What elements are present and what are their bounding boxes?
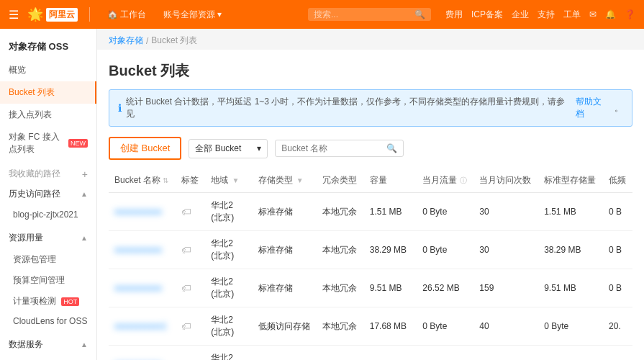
sidebar-data-copy[interactable]: 数据复制 <box>0 356 96 360</box>
sidebar-section-resource[interactable]: 资源用量 ▲ <box>0 227 96 249</box>
sidebar-item-access-point[interactable]: 接入点列表 <box>0 104 96 126</box>
col-header-low-freq: 低频 <box>603 168 632 193</box>
content-inner: Bucket 列表 ℹ 统计 Bucket 合计数据，平均延迟 1~3 小时，不… <box>97 50 644 360</box>
sidebar-metering-detect[interactable]: 计量项检测 HOT <box>0 291 96 312</box>
nav-workorder[interactable]: 工单 <box>563 9 581 21</box>
tag-icon-2[interactable]: 🏷 <box>181 282 191 294</box>
cell-region-3: 华北2 (北京) <box>205 307 252 346</box>
menu-icon[interactable]: ☰ <box>9 8 19 22</box>
main-layout: 对象存储 OSS 概览 Bucket 列表 接入点列表 对象 FC 接入点列表 … <box>0 29 644 360</box>
nav-fees[interactable]: 费用 <box>445 9 463 21</box>
nav-icp[interactable]: ICP备案 <box>471 9 503 21</box>
logo: 🌟 阿里云 <box>27 6 78 22</box>
cell-capacity-0: 1.51 MB <box>364 193 417 231</box>
sidebar-item-overview[interactable]: 概览 <box>0 59 96 81</box>
cell-monthly-flow-1: 0 Byte <box>417 231 473 269</box>
cell-standard-storage-0: 1.51 MB <box>538 193 603 231</box>
bucket-name-link-0[interactable]: xxxxxxxxxxx <box>114 207 162 217</box>
cell-redundancy-4: 本地冗余 <box>317 346 363 361</box>
toolbar: 创建 Bucket 全部 Bucket ▾ 🔍 <box>109 137 632 160</box>
top-navigation: ☰ 🌟 阿里云 🏠 工作台 账号全部资源 ▾ 🔍 费用 ICP备案 企业 支持 … <box>0 0 644 29</box>
col-header-region: 地域 ▼ <box>205 168 252 193</box>
sidebar-title: 对象存储 OSS <box>0 35 96 59</box>
notice-suffix: 。 <box>614 102 623 114</box>
notice-link[interactable]: 帮助文档 <box>576 96 610 120</box>
sidebar-budget-space[interactable]: 预算空间管理 <box>0 270 96 291</box>
cell-monthly-access-2: 159 <box>473 269 538 307</box>
collapse-arrow-data-icon: ▲ <box>81 341 88 348</box>
cell-redundancy-1: 本地冗余 <box>317 231 363 269</box>
nav-question-icon[interactable]: ❓ <box>625 9 635 19</box>
sidebar-history-group: 历史访问路径 ▲ blog-pic-zjtx2021 <box>0 183 96 224</box>
col-header-standard-storage: 标准型存储量 <box>538 168 603 193</box>
sidebar: 对象存储 OSS 概览 Bucket 列表 接入点列表 对象 FC 接入点列表 … <box>0 29 97 360</box>
col-header-tag: 标签 <box>176 168 205 193</box>
sidebar-data-services-group: 数据服务 ▲ 数据复制 数据导入 <box>0 333 96 360</box>
sidebar-section-history[interactable]: 历史访问路径 ▲ <box>0 183 96 205</box>
sidebar-section-data-services[interactable]: 数据服务 ▲ <box>0 333 96 356</box>
cell-monthly-access-3: 40 <box>473 307 538 346</box>
breadcrumb-oss[interactable]: 对象存储 <box>109 35 143 47</box>
col-header-monthly-access: 当月访问次数 <box>473 168 538 193</box>
tag-icon-1[interactable]: 🏷 <box>181 244 191 256</box>
filter-icon-storage[interactable]: ▼ <box>296 176 304 184</box>
sidebar-item-bucket-list[interactable]: Bucket 列表 <box>0 81 96 104</box>
col-header-capacity: 容量 <box>364 168 417 193</box>
nav-support[interactable]: 支持 <box>538 9 555 21</box>
page-title: Bucket 列表 <box>109 61 632 81</box>
nav-bell-icon[interactable]: 🔔 <box>605 9 616 19</box>
table-row: xxxxxxxxxxx 🏷 华北2 (北京) 标准存储 本地冗余 9.51 MB… <box>109 269 632 307</box>
sidebar-history-item[interactable]: blog-pic-zjtx2021 <box>0 205 96 224</box>
nav-enterprise[interactable]: 企业 <box>512 9 529 21</box>
search-icon[interactable]: 🔍 <box>386 143 397 153</box>
bucket-name-link-2[interactable]: xxxxxxxxxxx <box>114 283 162 293</box>
cell-name-3: xxxxxxxxxxx1 <box>109 307 176 346</box>
tag-icon-3[interactable]: 🏷 <box>181 320 191 332</box>
table-row: xxxxxxxxxxx 🏷 华北2 (北京) 标准存储 本地冗余 1.41 MB… <box>109 346 632 361</box>
cell-tag-2: 🏷 <box>176 269 205 307</box>
nav-workbench[interactable]: 🏠 工作台 <box>101 6 152 24</box>
bucket-name-link-1[interactable]: xxxxxxxxxxx <box>114 245 162 255</box>
sidebar-item-fc-access-point[interactable]: 对象 FC 接入点列表 NEW <box>0 126 96 161</box>
nav-right-group: 费用 ICP备案 企业 支持 工单 ✉ 🔔 ❓ <box>445 9 635 21</box>
bucket-filter-select[interactable]: 全部 Bucket ▾ <box>189 139 268 158</box>
sidebar-resource-package[interactable]: 资源包管理 <box>0 249 96 270</box>
cell-tag-4: 🏷 <box>176 346 205 361</box>
sort-icon-name[interactable]: ⇅ <box>163 176 168 184</box>
cell-standard-storage-4: 1.41 MB <box>538 346 603 361</box>
cell-storage-type-3: 低频访问存储 <box>253 307 317 346</box>
cell-monthly-flow-0: 0 Byte <box>417 193 473 231</box>
cell-monthly-access-4: 30 <box>473 346 538 361</box>
nav-resources[interactable]: 账号全部资源 ▾ <box>158 6 227 24</box>
bucket-search-box[interactable]: 🔍 <box>275 140 404 157</box>
cell-capacity-1: 38.29 MB <box>364 231 417 269</box>
cell-capacity-2: 9.51 MB <box>364 269 417 307</box>
cell-capacity-3: 17.68 MB <box>364 307 417 346</box>
cell-standard-storage-1: 38.29 MB <box>538 231 603 269</box>
info-icon-flow: ⓘ <box>460 176 467 184</box>
filter-icon-region[interactable]: ▼ <box>232 176 240 184</box>
search-input[interactable] <box>314 9 414 19</box>
breadcrumb-separator: / <box>146 36 148 46</box>
cell-monthly-flow-2: 26.52 MB <box>417 269 473 307</box>
table-header-row: Bucket 名称 ⇅ 标签 地域 ▼ 存储类型 ▼ 冗余类型 <box>109 168 632 193</box>
cell-low-freq-4: 0 B <box>603 346 632 361</box>
cell-redundancy-3: 本地冗余 <box>317 307 363 346</box>
cell-monthly-access-0: 30 <box>473 193 538 231</box>
cell-low-freq-1: 0 B <box>603 231 632 269</box>
col-header-monthly-flow: 当月流量 ⓘ <box>417 168 473 193</box>
logo-icon: 🌟 <box>27 6 43 22</box>
sidebar-section-my-paths: 我收藏的路径 + <box>0 161 96 183</box>
sidebar-cloudlens[interactable]: CloudLens for OSS <box>0 312 96 330</box>
bucket-search-input[interactable] <box>281 143 382 153</box>
tag-icon-0[interactable]: 🏷 <box>181 206 191 217</box>
dropdown-arrow-icon: ▾ <box>257 143 261 153</box>
cell-tag-1: 🏷 <box>176 231 205 269</box>
create-bucket-button[interactable]: 创建 Bucket <box>109 137 181 160</box>
table-row: xxxxxxxxxxx 🏷 华北2 (北京) 标准存储 本地冗余 38.29 M… <box>109 231 632 269</box>
global-search[interactable]: 🔍 <box>308 8 431 21</box>
nav-mail-icon[interactable]: ✉ <box>589 9 597 19</box>
bucket-name-link-3[interactable]: xxxxxxxxxxx1 <box>114 321 167 331</box>
add-path-icon[interactable]: + <box>82 168 88 180</box>
cell-tag-3: 🏷 <box>176 307 205 346</box>
